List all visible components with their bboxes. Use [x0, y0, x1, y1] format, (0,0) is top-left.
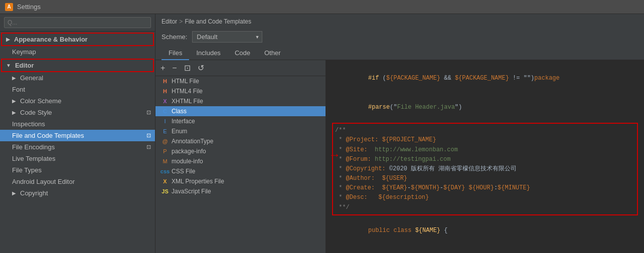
sidebar-item-label: Code Style [20, 109, 52, 116]
sidebar-item-colorscheme[interactable]: ▶ Color Scheme [0, 95, 155, 107]
sidebar-item-androidlayout[interactable]: Android Layout Editor [0, 176, 155, 187]
tab-other[interactable]: Other [257, 47, 288, 60]
reset-button[interactable]: ↺ [196, 62, 206, 74]
expand-arrow-icon: ▶ [6, 37, 10, 42]
file-list: + − ⊡ ↺ H HTML File H HTML4 File X [155, 60, 326, 253]
breadcrumb-sep: > [179, 18, 183, 25]
sidebar-item-codestyle[interactable]: ▶ Code Style ⊡ [0, 107, 155, 118]
file-item-packageinfo[interactable]: P package-info [155, 146, 326, 156]
package-icon: P [162, 148, 169, 155]
code-line-copyright: * @Copyright: ©2020 版权所有 湖南省零檬信息技术有限公司 [335, 164, 635, 174]
sidebar: ▶ Appearance & Behavior Keymap ▼ Editor … [0, 14, 155, 253]
sidebar-item-appearance[interactable]: ▶ Appearance & Behavior [2, 34, 153, 45]
code-line-comment-end: **/ [335, 203, 635, 212]
sidebar-item-label: Live Templates [12, 155, 55, 162]
file-item-javascript[interactable]: JS JavaScript File [155, 186, 326, 196]
html-icon: H [162, 78, 169, 85]
js-icon: JS [162, 188, 169, 195]
scheme-row: Scheme: Default Project [155, 29, 644, 47]
sidebar-item-label: Android Layout Editor [12, 178, 75, 185]
annotation-icon: @ [162, 138, 169, 145]
breadcrumb: Editor > File and Code Templates [155, 14, 644, 29]
code-line-create: * @Create: ${YEAR}-${MONTH}-${DAY} ${HOU… [335, 183, 635, 193]
expand-arrow-icon: ▶ [12, 110, 16, 115]
add-button[interactable]: + [158, 63, 167, 74]
scheme-label: Scheme: [162, 33, 187, 41]
code-line-site: * @Site: http://www.lemonban.com [335, 145, 635, 155]
file-item-html[interactable]: H HTML File [155, 76, 326, 86]
enum-icon: E [162, 128, 169, 135]
file-list-items: H HTML File H HTML4 File X XHTML File C … [155, 76, 326, 253]
file-list-toolbar: + − ⊡ ↺ [155, 60, 326, 76]
code-line-1: #if (${PACKAGE_NAME} && ${PACKAGE_NAME} … [332, 64, 638, 93]
breadcrumb-editor: Editor [162, 18, 177, 25]
title-bar: A Settings [0, 0, 644, 14]
code-line-project: * @Project: ${PROJECT_NAME} [335, 135, 635, 145]
file-item-css[interactable]: css CSS File [155, 166, 326, 176]
code-line-2: #parse("File Header.java") [332, 93, 638, 122]
class-icon: C [162, 108, 169, 115]
expand-arrow-icon: ▼ [6, 63, 11, 68]
file-item-annotationtype[interactable]: @ AnnotationType [155, 136, 326, 146]
copy-button[interactable]: ⊡ [182, 62, 193, 74]
sidebar-item-label: Font [12, 86, 25, 93]
sidebar-item-label: Color Scheme [20, 97, 61, 105]
sidebar-item-label: General [20, 74, 43, 82]
expand-arrow-icon: ▶ [12, 98, 16, 104]
sidebar-item-label: Copyright [20, 189, 48, 197]
code-editor[interactable]: #if (${PACKAGE_NAME} && ${PACKAGE_NAME} … [326, 60, 644, 253]
sidebar-item-font[interactable]: Font [0, 84, 155, 95]
tab-files[interactable]: Files [162, 47, 189, 60]
sidebar-item-editor[interactable]: ▼ Editor [2, 60, 153, 71]
window-title: Settings [17, 3, 41, 11]
html4-icon: H [162, 88, 169, 95]
code-line-author: * @Author: ${USER} [335, 174, 635, 183]
file-item-html4[interactable]: H HTML4 File [155, 86, 326, 96]
tabs-row: Files Includes Code Other [155, 47, 644, 60]
file-item-enum[interactable]: E Enum [155, 126, 326, 136]
sidebar-item-label: Inspections [12, 120, 45, 128]
sidebar-item-filetypes[interactable]: File Types [0, 164, 155, 176]
breadcrumb-page: File and Code Templates [185, 18, 251, 25]
scheme-select[interactable]: Default Project [192, 31, 262, 43]
editor-area: + − ⊡ ↺ H HTML File H HTML4 File X [155, 60, 644, 253]
css-icon: css [162, 168, 169, 175]
sidebar-item-fileencodings[interactable]: File Encodings ⊡ [0, 141, 155, 153]
search-input[interactable] [4, 17, 151, 28]
tab-includes[interactable]: Includes [189, 47, 227, 60]
code-line-desc: * @Desc: ${description} [335, 193, 635, 202]
sidebar-item-inspections[interactable]: Inspections [0, 118, 155, 130]
code-line-class: public class ${NAME} { [332, 216, 638, 245]
sidebar-item-keymap[interactable]: Keymap [0, 46, 155, 58]
sidebar-item-label: File Types [12, 166, 42, 174]
code-line-forum: * @Forum: http://testingpai.com [335, 155, 635, 164]
file-item-xhtml[interactable]: X XHTML File [155, 96, 326, 106]
sidebar-item-copyright[interactable]: ▶ Copyright [0, 187, 155, 199]
sidebar-item-livetemplates[interactable]: Live Templates [0, 153, 155, 164]
file-item-moduleinfo[interactable]: M module-info [155, 156, 326, 166]
main-content: Editor > File and Code Templates Scheme:… [155, 14, 644, 253]
xhtml-icon: X [162, 98, 169, 105]
sidebar-item-filecodetemplates[interactable]: File and Code Templates ⊡ [0, 130, 155, 141]
expand-arrow-icon: ▶ [12, 75, 16, 81]
file-item-xmlprops[interactable]: X XML Properties File [155, 176, 326, 186]
sidebar-item-label: File and Code Templates [12, 132, 84, 139]
sidebar-item-label: Keymap [12, 48, 36, 56]
app-icon: A [5, 3, 13, 11]
remove-button[interactable]: − [170, 63, 179, 74]
code-line-comment-start: /** [335, 126, 635, 135]
sidebar-item-general[interactable]: ▶ General [0, 72, 155, 84]
xml-icon: X [162, 178, 169, 185]
file-item-class[interactable]: C Class [155, 106, 326, 116]
interface-icon: I [162, 118, 169, 125]
highlighted-comment-block: /** * @Project: ${PROJECT_NAME} * @Site:… [332, 123, 638, 215]
module-icon: M [162, 158, 169, 165]
tab-code[interactable]: Code [228, 47, 257, 60]
expand-arrow-icon: ▶ [12, 190, 16, 196]
sidebar-item-label: Appearance & Behavior [14, 36, 88, 43]
sidebar-item-label: Editor [15, 62, 34, 69]
file-item-interface[interactable]: I Interface [155, 116, 326, 126]
sidebar-item-label: File Encodings [12, 143, 55, 151]
